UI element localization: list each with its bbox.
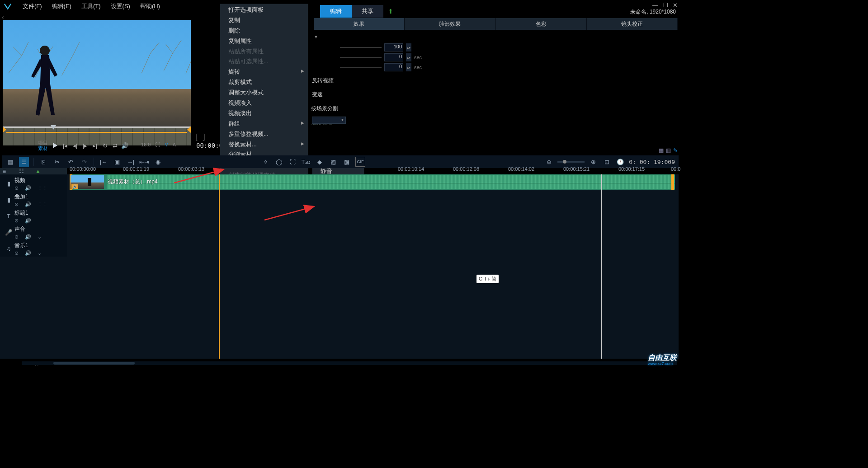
preview-scrubber[interactable] bbox=[3, 126, 191, 133]
view-b-icon[interactable]: ▥ bbox=[666, 147, 671, 154]
ctx-copy-attrs[interactable]: 复制属性 bbox=[220, 36, 308, 47]
link-icon[interactable]: ⊘ bbox=[14, 185, 19, 191]
list-mode-icon[interactable]: ≡ bbox=[3, 168, 11, 174]
ctx-multitrim[interactable]: 多重修整视频... bbox=[220, 129, 308, 140]
collapse-icon[interactable]: ▼ bbox=[314, 34, 318, 39]
scrollbar-thumb[interactable] bbox=[53, 362, 135, 365]
tab-edit[interactable]: 编辑 bbox=[320, 5, 352, 18]
menu-help[interactable]: 帮助(H) bbox=[136, 0, 165, 12]
record-icon[interactable]: ◉ bbox=[153, 157, 163, 167]
volume-button[interactable]: 🔊 bbox=[120, 141, 129, 150]
effect-icon[interactable]: ✧ bbox=[260, 157, 270, 167]
mark-out-icon[interactable]: →| bbox=[126, 157, 136, 167]
ctx-resize[interactable]: 调整大小模式 bbox=[220, 88, 308, 98]
view-a-icon[interactable]: ▦ bbox=[659, 147, 664, 154]
bracket-icons[interactable]: [ ] bbox=[195, 133, 207, 141]
fadeout-spinner[interactable]: ▴▾ bbox=[406, 63, 411, 71]
minimize-icon[interactable]: — bbox=[652, 2, 658, 9]
fadein-field[interactable]: 0 bbox=[384, 53, 403, 61]
color-icon[interactable]: ▩ bbox=[342, 157, 352, 167]
timeline-scrollbar[interactable] bbox=[22, 361, 677, 365]
playhead-marker[interactable] bbox=[51, 125, 56, 130]
ctx-copy[interactable]: 复制 bbox=[220, 15, 308, 26]
overlay-icon[interactable]: ▨ bbox=[328, 157, 338, 167]
opacity-field[interactable]: 100 bbox=[384, 43, 403, 51]
ptab-face[interactable]: 脸部效果 bbox=[405, 18, 495, 30]
v-icon[interactable]: V bbox=[165, 142, 168, 147]
mute-icon[interactable]: 🔊 bbox=[25, 185, 31, 191]
ctx-crop[interactable]: 裁剪模式 bbox=[220, 77, 308, 88]
ptab-effect[interactable]: 效果 bbox=[314, 18, 405, 30]
zoom-slider[interactable] bbox=[557, 161, 585, 163]
ctx-fadein-v[interactable]: 视频淡入 bbox=[220, 98, 308, 108]
ptab-color[interactable]: 色彩 bbox=[496, 18, 587, 30]
ctx-open-panel[interactable]: 打开选项面板 bbox=[220, 5, 308, 15]
lock-icon[interactable]: ⋮⋮ bbox=[38, 185, 47, 191]
text3d-icon[interactable]: T₃ᴅ bbox=[301, 157, 311, 167]
fadeout-field[interactable]: 0 bbox=[384, 63, 403, 71]
fadein-spinner[interactable]: ▴▾ bbox=[406, 53, 411, 61]
varispeed-label[interactable]: 变速 bbox=[312, 91, 323, 98]
cut-icon[interactable]: ✂ bbox=[52, 157, 62, 167]
add-track-icon[interactable]: ▲ bbox=[35, 168, 43, 174]
upload-icon[interactable]: ⬆ bbox=[388, 8, 393, 15]
loop-button[interactable]: ↻ bbox=[100, 141, 109, 150]
fullscreen-icon[interactable]: ⛶ bbox=[155, 142, 160, 147]
timeline-cursor[interactable] bbox=[219, 174, 220, 359]
next-frame-button[interactable]: |▸ bbox=[80, 141, 90, 150]
track-title[interactable]: T 标题1⊘🔊 bbox=[0, 208, 67, 224]
gif-icon[interactable]: GIF bbox=[355, 157, 365, 167]
trim-in-handle[interactable] bbox=[3, 126, 6, 133]
go-start-button[interactable]: |◂ bbox=[61, 141, 70, 150]
redo-icon[interactable]: ↷ bbox=[79, 157, 89, 167]
tab-share[interactable]: 共享 bbox=[352, 5, 383, 18]
play-button[interactable] bbox=[51, 141, 60, 150]
track-music[interactable]: ♫ 音乐1⊘🔊⌄ bbox=[0, 240, 67, 257]
ctx-fadeout-v[interactable]: 视频淡出 bbox=[220, 108, 308, 119]
menu-edit[interactable]: 编辑(E) bbox=[47, 0, 76, 12]
mark-in-icon[interactable]: |← bbox=[99, 157, 108, 167]
shuffle-button[interactable]: ⇄ bbox=[110, 141, 119, 150]
track-overlay[interactable]: ▮ 叠加1⊘🔊⋮⋮ bbox=[0, 192, 67, 208]
prev-frame-button[interactable]: ◂| bbox=[71, 141, 80, 150]
close-icon[interactable]: ✕ bbox=[673, 2, 678, 9]
storyboard-view-icon[interactable]: ▦ bbox=[5, 157, 15, 167]
expand-icon[interactable]: ⛶ bbox=[288, 157, 297, 167]
ctx-replace[interactable]: 替换素材...▶ bbox=[220, 140, 308, 150]
view-c-icon[interactable]: ✎ bbox=[673, 147, 678, 154]
ctx-group[interactable]: 群组▶ bbox=[220, 119, 308, 129]
ctx-delete[interactable]: 删除 bbox=[220, 26, 308, 36]
menu-file[interactable]: 文件(F) bbox=[18, 0, 47, 12]
playhead-line[interactable] bbox=[601, 174, 602, 359]
clip-right-handle[interactable] bbox=[671, 174, 674, 190]
menu-tools[interactable]: 工具(T) bbox=[77, 0, 105, 12]
timeline-body[interactable]: 🔊 视频素材（总）.mp4 bbox=[67, 174, 679, 359]
scene-split-label[interactable]: 按场景分割 bbox=[311, 105, 338, 112]
maximize-icon[interactable]: ❐ bbox=[663, 2, 668, 9]
zoom-out-icon[interactable]: ⊖ bbox=[544, 157, 554, 167]
add-clip-icon[interactable]: ⎘ bbox=[38, 157, 48, 167]
ctx-rotate[interactable]: 旋转▶ bbox=[220, 67, 308, 77]
go-end-button[interactable]: ▸| bbox=[90, 141, 99, 150]
zoom-in-icon[interactable]: ⊕ bbox=[588, 157, 598, 167]
a-icon[interactable]: A bbox=[173, 142, 176, 147]
video-clip[interactable]: 🔊 视频素材（总）.mp4 bbox=[70, 174, 675, 190]
timeline-ruler[interactable]: 00:00:00:00 00:00:01:19 00:00:03:13 00:0… bbox=[70, 166, 676, 173]
clock-icon[interactable]: 🕐 bbox=[615, 157, 625, 167]
track-video[interactable]: ▮ 视频⊘🔊⋮⋮ bbox=[0, 175, 67, 192]
aspect-label[interactable]: 16:9 bbox=[141, 142, 151, 147]
crop-tool-icon[interactable]: ▣ bbox=[112, 157, 122, 167]
trim-out-handle[interactable] bbox=[187, 126, 191, 133]
prop-dropdown[interactable] bbox=[312, 117, 346, 124]
mask-icon[interactable]: ◆ bbox=[315, 157, 325, 167]
track-voice[interactable]: 🎤 声音⊘🔊⌄ bbox=[0, 224, 67, 240]
menu-settings[interactable]: 设置(S) bbox=[106, 0, 135, 12]
undo-icon[interactable]: ↶ bbox=[66, 157, 75, 167]
opacity-spinner[interactable]: ▴▾ bbox=[406, 43, 411, 51]
link-icon[interactable]: ◯ bbox=[274, 157, 284, 167]
fit-icon[interactable]: ⇤⇥ bbox=[139, 157, 149, 167]
timeline-view-icon[interactable]: ☰ bbox=[19, 157, 29, 167]
transport-mode-label[interactable]: 项目素材 bbox=[38, 140, 48, 151]
ptab-lens[interactable]: 镜头校正 bbox=[587, 18, 678, 30]
track-opts-icon[interactable]: ☷ bbox=[19, 168, 27, 174]
